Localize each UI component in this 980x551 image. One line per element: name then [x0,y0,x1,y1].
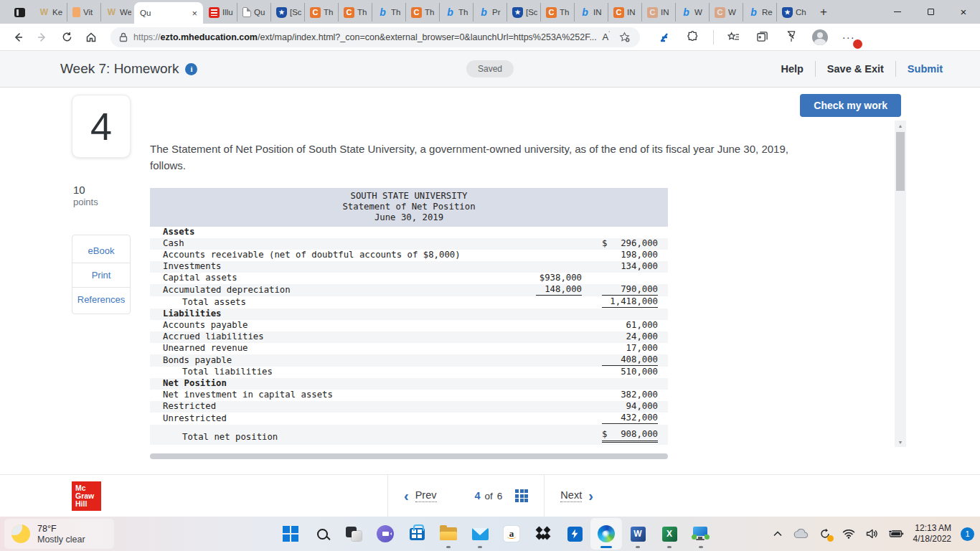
word-icon[interactable]: W [622,518,654,550]
shield-star-favicon: ★ [782,7,793,18]
browser-tab-in-16[interactable]: CIN [608,3,641,22]
total-pages: 6 [497,491,503,501]
help-button[interactable]: Help [769,63,814,75]
content-scrollbar[interactable]: ▲ ▼ [895,121,906,447]
taskbar-clock[interactable]: 12:13 AM 4/18/2022 [913,523,951,545]
monitor-app-icon[interactable] [685,518,717,550]
favorite-star-button[interactable] [616,28,634,47]
browser-tab-ke-0[interactable]: WKe [33,3,67,22]
forward-button[interactable] [32,27,53,48]
browser-tab-illu-4[interactable]: Illu [203,3,237,22]
browser-essentials-icon[interactable] [783,29,800,46]
file-explorer-icon[interactable] [433,518,464,550]
address-bar[interactable]: https://ezto.mheducation.com/ext/map/ind… [110,27,640,47]
bing-favicon: b [748,7,759,18]
edge-icon[interactable] [590,518,622,550]
statement-row-accrued-liabilities: Accrued liabilities24,000 [150,331,668,343]
browser-tab-ch-21[interactable]: ★Ch [776,3,810,22]
browser-tab-w-18[interactable]: bW [675,3,709,22]
sync-update-icon[interactable] [816,523,834,545]
prev-button[interactable]: ‹ Prev [388,475,459,517]
dropbox-icon[interactable] [527,518,559,550]
chat-icon[interactable] [369,518,401,550]
excel-icon[interactable]: X [654,518,685,550]
statement-header: SOUTH STATE UNIVERSITY Statement of Net … [150,188,668,227]
home-icon [85,32,97,43]
browser-toolbar: https://ezto.mheducation.com/ext/map/ind… [0,24,980,51]
browser-tab-vit-1[interactable]: Vit [67,3,100,22]
page-indicator: 4 of 6 [459,475,545,517]
check-my-work-button[interactable]: Check my work [800,94,901,117]
new-tab-button[interactable]: + [814,3,833,22]
tab-close-icon[interactable]: × [190,8,199,19]
store-icon[interactable] [401,518,433,550]
browser-tab-th-8[interactable]: CTh [338,3,372,22]
tab-actions-menu[interactable] [9,3,30,22]
scrollbar-thumb[interactable] [896,132,905,191]
browser-tab-we-2[interactable]: WWe [100,3,134,22]
task-view-icon[interactable] [338,518,369,550]
settings-menu-button[interactable]: ··· [840,29,857,46]
collections-icon[interactable] [754,29,771,46]
document-favicon [242,7,251,17]
mail-icon[interactable] [464,518,496,550]
search-icon[interactable] [306,518,338,550]
header-actions: Help Save & Exit Submit [769,61,954,77]
close-button[interactable]: × [947,0,980,24]
lightning-app-icon[interactable] [559,518,590,550]
refresh-button[interactable] [56,27,77,48]
wifi-icon[interactable] [839,523,858,545]
browser-tab-th-7[interactable]: CTh [304,3,338,22]
start-icon[interactable] [275,518,306,550]
close-icon: × [961,6,967,17]
browser-tab-sc-13[interactable]: ★[Sc [507,3,540,22]
question-map-grid-icon[interactable] [515,489,528,502]
maximize-icon [928,9,934,15]
browser-tab-pr-12[interactable]: bPr [473,3,507,22]
next-button[interactable]: Next › [545,475,609,517]
browser-tab-w-19[interactable]: CW [709,3,743,22]
extension-e-icon[interactable] [656,29,673,46]
url-text[interactable]: https://ezto.mheducation.com/ext/map/ind… [133,32,597,42]
browser-tab-qu-3[interactable]: Qu× [134,2,203,24]
home-button[interactable] [80,27,102,48]
maximize-button[interactable] [914,0,947,24]
extensions-puzzle-icon[interactable] [684,29,702,46]
save-exit-button[interactable]: Save & Exit [816,63,895,75]
question-number-card: 4 [72,95,131,158]
chegg-favicon: C [613,7,624,18]
browser-tab-th-10[interactable]: CTh [405,3,439,22]
browser-tab-qu-5[interactable]: Qu [237,3,270,22]
statement-row-net-position: Net Position [150,378,668,390]
tray-chevron-up-icon[interactable] [768,523,787,545]
browser-tab-in-15[interactable]: bIN [574,3,608,22]
weather-widget[interactable]: 78°F Mostly clear [4,519,114,549]
print-button[interactable]: Print [72,263,130,287]
browser-tab-th-11[interactable]: bTh [439,3,473,22]
scroll-down-arrow[interactable]: ▼ [895,437,906,447]
table-horizontal-scrollbar[interactable] [150,453,668,459]
ebook-button[interactable]: eBook [72,235,130,263]
read-aloud-button[interactable]: Aʻ [597,28,616,47]
battery-icon[interactable] [887,523,905,545]
statement-row-net-investment-in-capital-assets: Net investment in capital assets382,000 [150,390,668,401]
scroll-up-arrow[interactable]: ▲ [895,121,906,131]
submit-button[interactable]: Submit [896,63,954,75]
browser-tab-in-17[interactable]: CIN [641,3,675,22]
browser-tab-sc-6[interactable]: ★[Sc [270,3,304,22]
onedrive-cloud-icon[interactable] [792,523,811,545]
profile-avatar[interactable] [811,29,829,46]
favorites-bar-icon[interactable] [725,29,743,46]
browser-tab-th-9[interactable]: bTh [372,3,405,22]
amazon-icon[interactable]: a [496,518,527,550]
volume-icon[interactable] [863,523,882,545]
info-icon[interactable]: i [185,63,197,75]
references-button[interactable]: References [72,287,130,314]
pager-bar: Mc Graw Hill ‹ Prev 4 of 6 Next › [0,475,980,517]
notification-count-badge[interactable]: 1 [961,527,974,541]
browser-tab-th-14[interactable]: CTh [540,3,574,22]
browser-tab-re-20[interactable]: bRe [743,3,776,22]
minimize-button[interactable] [881,0,914,24]
back-button[interactable] [7,27,29,48]
question-area: Check my work 4 10 points eBook Print Re… [0,88,980,475]
